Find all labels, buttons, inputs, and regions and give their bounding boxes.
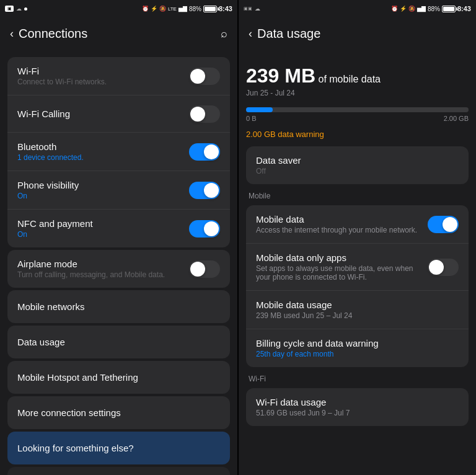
wifi-calling-toggle[interactable] [189, 105, 220, 123]
mobile-data-only-subtitle: Set apps to always use mobile data, even… [256, 264, 428, 282]
wifi-title: Wi-Fi [17, 66, 189, 76]
wifi-data-usage-subtitle: 51.69 GB used Jun 9 – Jul 7 [256, 409, 459, 417]
mobile-hotspot-item[interactable]: Mobile Hotspot and Tethering [7, 361, 230, 394]
airplane-group: Airplane mode Turn off calling, messagin… [7, 250, 230, 288]
time-left: 8:43 [219, 5, 232, 12]
battery-icon-right [442, 6, 456, 12]
mobile-data-usage-title: Mobile data usage [256, 300, 459, 310]
phone-visibility-toggle[interactable] [189, 182, 220, 199]
battery-icon [203, 6, 217, 12]
wifi-calling-title: Wi-Fi Calling [17, 109, 189, 119]
signal-strength: LTE [168, 6, 177, 12]
sim-icon-right: ▣▣ [244, 6, 252, 11]
bluetooth-status-icon: ⚡ [151, 6, 157, 12]
wifi-section-label: Wi-Fi [246, 370, 469, 386]
data-saver-group: Data saver Off [246, 146, 469, 184]
bluetooth-item[interactable]: Bluetooth 1 device connected. [7, 133, 230, 171]
data-usage-header: ‹ Data usage [239, 17, 476, 50]
alarm-icon: ⏰ [142, 6, 149, 12]
mobile-data-only-item[interactable]: Mobile data only apps Set apps to always… [246, 244, 469, 291]
data-of-label: of mobile data [319, 74, 381, 84]
mobile-data-toggle[interactable] [428, 216, 459, 233]
date-range: Jun 25 - Jul 24 [246, 89, 469, 97]
progress-bar-bg [246, 107, 469, 112]
data-amount-display: 239 MB of mobile data [246, 64, 469, 87]
airplane-item[interactable]: Airplane mode Turn off calling, messagin… [7, 250, 230, 288]
nfc-item[interactable]: NFC and payment On [7, 210, 230, 247]
looking-for-item[interactable]: Looking for something else? [7, 432, 230, 464]
data-saver-item[interactable]: Data saver Off [246, 146, 469, 184]
signal-right: ▅▇ [417, 6, 426, 12]
samsung-cloud-item[interactable]: Samsung Cloud [7, 467, 230, 475]
mute-icon-right: 🔕 [408, 6, 415, 12]
phone-visibility-item[interactable]: Phone visibility On [7, 171, 230, 210]
wifi-toggle[interactable] [189, 68, 220, 85]
alarm-icon-right: ⏰ [391, 6, 398, 12]
wifi-item[interactable]: Wi-Fi Connect to Wi-Fi networks. [7, 57, 230, 95]
mobile-section-label: Mobile [246, 187, 469, 203]
data-usage-item[interactable]: Data usage [7, 326, 230, 358]
status-icons-right-right: ⏰ ⚡ 🔕 ▅▇ 88% 8:43 [391, 5, 471, 12]
mobile-networks-label: Mobile networks [17, 301, 220, 312]
mobile-data-group: Mobile data Access the internet through … [246, 205, 469, 367]
airplane-subtitle: Turn off calling, messaging, and Mobile … [17, 270, 189, 279]
data-usage-panel: ▣▣ ☁ ⏰ ⚡ 🔕 ▅▇ 88% 8:43 ‹ Data usage 23 [239, 0, 476, 475]
connections-panel: ▣ ☁ ⏰ ⚡ 🔕 LTE ▅▇ 88% 8:43 ‹ Connections … [0, 0, 237, 475]
page-title: Connections [19, 27, 87, 41]
data-warning: 2.00 GB data warning [246, 130, 469, 139]
data-amount-section: 239 MB of mobile data Jun 25 - Jul 24 [246, 55, 469, 100]
mobile-data-item[interactable]: Mobile data Access the internet through … [246, 205, 469, 244]
mute-icon: 🔕 [159, 6, 166, 12]
billing-cycle-subtitle: 25th day of each month [256, 350, 459, 358]
billing-cycle-item[interactable]: Billing cycle and data warning 25th day … [246, 329, 469, 367]
wifi-data-usage-item[interactable]: Wi-Fi data usage 51.69 GB used Jun 9 – J… [246, 388, 469, 426]
signal-bars: ▅▇ [178, 6, 187, 12]
airplane-title: Airplane mode [17, 259, 189, 269]
mobile-data-only-toggle[interactable] [428, 259, 459, 276]
phone-visibility-title: Phone visibility [17, 180, 189, 190]
looking-for-label: Looking for something else? [17, 443, 220, 453]
phone-visibility-subtitle: On [17, 192, 189, 200]
sim-icon: ▣ [5, 6, 14, 12]
status-icons-right: ⏰ ⚡ 🔕 LTE ▅▇ 88% 8:43 [142, 5, 232, 12]
wifi-data-usage-title: Wi-Fi data usage [256, 397, 459, 407]
back-button-right[interactable]: ‹ [249, 27, 252, 40]
bluetooth-toggle[interactable] [189, 143, 220, 161]
progress-label-left: 0 B [246, 115, 257, 122]
nfc-subtitle: On [17, 230, 189, 239]
cloud-icon: ☁ [16, 6, 22, 12]
time-right: 8:43 [457, 5, 471, 12]
bluetooth-subtitle: 1 device connected. [17, 153, 189, 162]
wifi-calling-item[interactable]: Wi-Fi Calling [7, 95, 230, 133]
mobile-data-only-title: Mobile data only apps [256, 252, 428, 263]
data-amount-value: 239 MB [246, 64, 315, 87]
search-button[interactable]: ⌕ [221, 27, 227, 40]
dot-icon [24, 7, 27, 11]
mobile-data-usage-subtitle: 239 MB used Jun 25 – Jul 24 [256, 311, 459, 320]
nfc-toggle[interactable] [189, 220, 220, 238]
progress-bar-fill [246, 107, 273, 112]
status-icons-right-left: ▣▣ ☁ [244, 6, 260, 12]
back-button[interactable]: ‹ [10, 27, 14, 40]
progress-labels: 0 B 2.00 GB [246, 115, 469, 122]
mobile-data-title: Mobile data [256, 214, 428, 224]
data-usage-label: Data usage [17, 337, 220, 347]
mobile-data-usage-item[interactable]: Mobile data usage 239 MB used Jun 25 – J… [246, 291, 469, 329]
data-usage-content: 239 MB of mobile data Jun 25 - Jul 24 0 … [239, 50, 476, 475]
wifi-subtitle: Connect to Wi-Fi networks. [17, 78, 189, 86]
nfc-title: NFC and payment [17, 218, 189, 229]
data-saver-subtitle: Off [256, 167, 459, 175]
battery-pct: 88% [189, 6, 201, 12]
status-bar-left: ▣ ☁ ⏰ ⚡ 🔕 LTE ▅▇ 88% 8:43 [0, 0, 237, 17]
airplane-toggle[interactable] [189, 260, 220, 278]
data-usage-page-title: Data usage [257, 27, 320, 41]
mobile-data-subtitle: Access the internet through your mobile … [256, 226, 428, 234]
status-bar-right: ▣▣ ☁ ⏰ ⚡ 🔕 ▅▇ 88% 8:43 [239, 0, 476, 17]
connections-header: ‹ Connections ⌕ [0, 17, 237, 50]
cloud-icon-right: ☁ [255, 6, 260, 12]
mobile-hotspot-label: Mobile Hotspot and Tethering [17, 372, 220, 383]
more-connection-item[interactable]: More connection settings [7, 396, 230, 429]
data-progress: 0 B 2.00 GB [246, 107, 469, 122]
bluetooth-icon-right: ⚡ [400, 6, 407, 12]
mobile-networks-item[interactable]: Mobile networks [7, 290, 230, 323]
